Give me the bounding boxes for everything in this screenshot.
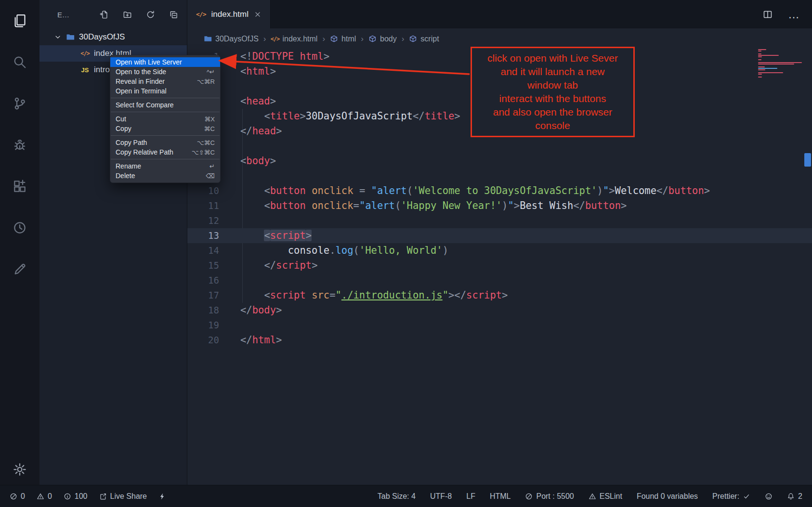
code-line-18[interactable]: 18</body> xyxy=(187,303,812,318)
code-line-16[interactable]: 16 xyxy=(187,273,812,288)
edit-icon xyxy=(13,262,27,276)
breadcrumb-body[interactable]: body xyxy=(368,35,397,43)
status-live-share[interactable]: Live Share xyxy=(99,492,147,501)
code-line-13[interactable]: 13 <script> xyxy=(187,228,812,243)
menu-item-copy[interactable]: Copy⌘C xyxy=(110,124,220,133)
menu-item-rename[interactable]: Rename↵ xyxy=(110,161,220,171)
symbol-icon xyxy=(330,35,338,43)
tab-index-html[interactable]: </> index.html xyxy=(187,0,271,28)
minimap-line xyxy=(758,71,804,72)
line-number: 12 xyxy=(187,213,219,228)
activity-history[interactable] xyxy=(0,207,39,248)
new-folder-button[interactable] xyxy=(123,10,132,19)
menu-item-select-for-compare[interactable]: Select for Compare xyxy=(110,100,220,110)
status-warnings[interactable]: 0 xyxy=(37,492,52,501)
activity-run-and-debug[interactable] xyxy=(0,124,39,166)
status-bar: 00100Live Share Tab Size: 4UTF-8LFHTMLPo… xyxy=(0,485,812,507)
menu-item-cut[interactable]: Cut⌘X xyxy=(110,114,220,124)
code-line-14[interactable]: 14 console.log('Hello, World') xyxy=(187,243,812,258)
code-line-15[interactable]: 15 </script> xyxy=(187,258,812,273)
status-left: 00100Live Share xyxy=(10,492,166,501)
activity-extensions[interactable] xyxy=(0,166,39,207)
settings-button[interactable] xyxy=(0,462,39,477)
activity-explorer[interactable] xyxy=(0,0,39,41)
minimap-line xyxy=(758,69,765,70)
status-tab-size[interactable]: Tab Size: 4 xyxy=(378,492,416,501)
annotation-line: window tab xyxy=(474,78,631,92)
status-notifications[interactable]: 2 xyxy=(787,492,802,501)
menu-separator xyxy=(111,135,220,136)
line-content: <title>30DaysOfJavaScript</title> xyxy=(219,109,460,124)
status-info[interactable]: 100 xyxy=(64,492,88,501)
more-actions-icon[interactable]: … xyxy=(788,9,799,20)
status-eol[interactable]: LF xyxy=(466,492,475,501)
live-share-icon xyxy=(99,493,107,500)
search-icon xyxy=(13,55,27,69)
menu-item-open-in-terminal[interactable]: Open in Terminal xyxy=(110,86,220,96)
code-line-17[interactable]: 17 <script src="./introduction.js"></scr… xyxy=(187,288,812,303)
breadcrumb-script[interactable]: script xyxy=(409,35,439,43)
extensions-icon xyxy=(13,179,27,194)
code-line-12[interactable]: 12 xyxy=(187,213,812,228)
menu-item-open-with-live-server[interactable]: Open with Live Server xyxy=(110,57,220,67)
line-content: </html> xyxy=(219,333,282,348)
code-line-20[interactable]: 20</html> xyxy=(187,333,812,348)
new-file-button[interactable] xyxy=(100,10,109,19)
status-port[interactable]: Port : 5500 xyxy=(525,492,574,501)
line-content: <body> xyxy=(219,154,276,169)
code-line-8[interactable]: 8<body> xyxy=(187,154,812,169)
menu-item-delete[interactable]: Delete⌫ xyxy=(110,171,220,181)
code-line-9[interactable]: 9 xyxy=(187,169,812,183)
status-language-mode[interactable]: HTML xyxy=(490,492,511,501)
line-content: <html> xyxy=(219,64,276,79)
close-icon[interactable] xyxy=(254,11,262,18)
minimap[interactable] xyxy=(758,49,804,78)
breadcrumb-separator: › xyxy=(263,34,266,44)
breadcrumb-html[interactable]: html xyxy=(330,35,356,43)
folder-row-30daysofjs[interactable]: 30DaysOfJS xyxy=(39,29,187,45)
menu-item-open-to-the-side[interactable]: Open to the Side^↵ xyxy=(110,67,220,77)
code-line-19[interactable]: 19 xyxy=(187,318,812,333)
files-icon xyxy=(13,13,27,28)
status-errors[interactable]: 0 xyxy=(10,492,25,501)
context-menu: Open with Live ServerOpen to the Side^↵R… xyxy=(110,55,221,183)
menu-item-reveal-in-finder[interactable]: Reveal in Finder⌥⌘R xyxy=(110,77,220,86)
line-content: console.log('Hello, World') xyxy=(219,243,448,258)
explorer-title: E… xyxy=(57,11,69,19)
status-feedback-smiley[interactable] xyxy=(765,493,773,500)
folder-name: 30DaysOfJS xyxy=(79,32,125,42)
line-content xyxy=(219,169,240,183)
status-lightning[interactable] xyxy=(158,493,166,500)
line-content xyxy=(219,139,240,154)
collapse-all-button[interactable] xyxy=(169,10,178,19)
annotation-line: interact with the buttons xyxy=(474,92,631,105)
status-right: Tab Size: 4UTF-8LFHTMLPort : 5500ESLintF… xyxy=(378,492,802,501)
menu-item-copy-path[interactable]: Copy Path⌥⌘C xyxy=(110,138,220,147)
new-folder-icon xyxy=(123,10,132,19)
refresh-button[interactable] xyxy=(146,10,155,19)
breadcrumb-index-html[interactable]: </>index.html xyxy=(271,35,317,43)
activity-search[interactable] xyxy=(0,41,39,83)
menu-item-copy-relative-path[interactable]: Copy Relative Path⌥⇧⌘C xyxy=(110,147,220,157)
split-editor-icon[interactable] xyxy=(763,10,773,19)
activity-source-control[interactable] xyxy=(0,83,39,124)
code-line-10[interactable]: 10 <button onclick = "alert('Welcome to … xyxy=(187,183,812,198)
minimap-line xyxy=(758,58,804,59)
activity-bar-items xyxy=(0,0,39,290)
line-number: 11 xyxy=(187,198,219,213)
line-content: </body> xyxy=(219,303,282,318)
status-variables[interactable]: Found 0 variables xyxy=(637,492,698,501)
line-content: <!DOCTYPE html> xyxy=(219,49,329,64)
status-prettier[interactable]: Prettier: xyxy=(712,492,750,501)
new-file-icon xyxy=(100,10,109,19)
minimap-line xyxy=(758,72,783,73)
status-eslint[interactable]: ESLint xyxy=(589,492,622,501)
breadcrumb-30daysofjs[interactable]: 30DaysOfJS xyxy=(204,35,259,43)
activity-feedback[interactable] xyxy=(0,248,39,290)
minimap-line xyxy=(758,59,761,60)
code-line-7[interactable]: 7 xyxy=(187,139,812,154)
code-line-11[interactable]: 11 <button onclick="alert('Happy New Yea… xyxy=(187,198,812,213)
annotation-line: and also open the browser xyxy=(474,105,631,119)
breadcrumb-separator: › xyxy=(361,34,364,44)
status-encoding[interactable]: UTF-8 xyxy=(430,492,452,501)
